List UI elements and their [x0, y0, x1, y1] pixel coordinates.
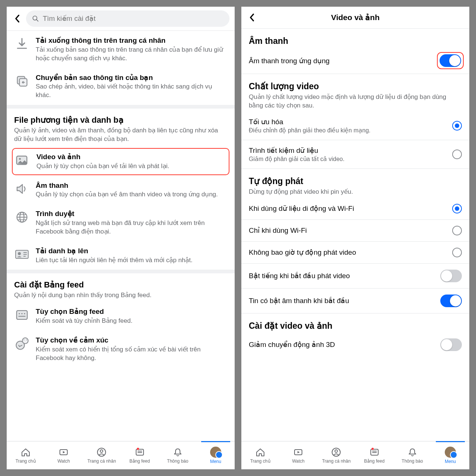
autoplay-title: Tự động phát	[249, 176, 462, 186]
header	[7, 7, 235, 30]
svg-point-12	[18, 252, 21, 255]
item-title: Chuyển bản sao thông tin của bạn	[36, 73, 227, 83]
settings-body: Âm thanh Âm thanh trong ứng dụng Chất lư…	[241, 29, 469, 441]
row-ap-never[interactable]: Không bao giờ tự động phát video	[241, 242, 469, 264]
tab-home[interactable]: Trang chủ	[241, 441, 279, 469]
svg-point-22	[22, 338, 28, 344]
avatar-icon	[445, 447, 456, 458]
tab-notif[interactable]: Thông báo	[159, 441, 197, 469]
vp-settings-title: Cài đặt video và ảnh	[249, 321, 462, 331]
tab-feed[interactable]: Bảng feed	[356, 441, 393, 469]
svg-point-38	[372, 448, 374, 450]
sound-section-title: Âm thanh	[249, 36, 462, 46]
media-section-header: File phương tiện và danh bạ Quản lý ảnh,…	[7, 109, 235, 146]
svg-point-17	[19, 313, 20, 315]
item-browser[interactable]: Trình duyệt Ngắt lịch sử trang web mà bạ…	[7, 204, 235, 241]
row-ap-mobile-wifi[interactable]: Khi dùng dữ liệu di động và Wi-Fi	[241, 198, 469, 220]
item-download-info[interactable]: Tải xuống thông tin trên trang cá nhân T…	[7, 31, 235, 68]
search-icon	[32, 15, 39, 22]
item-sub: Sao chép ảnh, video, bài viết hoặc thông…	[36, 83, 227, 100]
tab-bar: Trang chủ Watch Trang cá nhân Bảng feed …	[7, 441, 235, 469]
tab-menu[interactable]: Menu	[431, 441, 469, 469]
item-sub: Liên tục tải lên người liên hệ mới thêm …	[36, 256, 227, 265]
radio-ap-wifi[interactable]	[452, 226, 462, 235]
item-title: Tùy chọn Bảng feed	[36, 307, 227, 316]
item-sub: Tải xuống bản sao thông tin trên trang c…	[36, 46, 227, 63]
item-feed-opt[interactable]: Tùy chọn Bảng feed Kiểm soát và tùy chỉn…	[7, 302, 235, 331]
toggle-reduce-3d[interactable]	[440, 338, 462, 351]
item-reaction[interactable]: Tùy chọn về cảm xúc Kiểm soát xem có hiể…	[7, 331, 235, 368]
row-sound-on-start[interactable]: Bật tiếng khi bắt đầu phát video	[241, 264, 469, 289]
tab-watch[interactable]: Watch	[45, 441, 83, 469]
row-in-app-sound[interactable]: Âm thanh trong ứng dụng	[241, 48, 469, 74]
search-input[interactable]	[43, 15, 223, 23]
svg-point-24	[26, 340, 27, 340]
radio-data-saver[interactable]	[452, 149, 462, 159]
item-title: Âm thanh	[36, 181, 227, 190]
item-title: Video và ảnh	[36, 152, 226, 162]
svg-rect-16	[17, 311, 28, 320]
toggle-sound-on-start[interactable]	[440, 270, 462, 282]
row-data-saver[interactable]: Trình tiết kiệm dữ liệu Giảm độ phân giả…	[241, 140, 469, 169]
tab-bar: Trang chủ Watch Trang cá nhân Bảng feed …	[241, 441, 469, 469]
tab-menu[interactable]: Menu	[197, 441, 235, 469]
item-title: Tải danh bạ lên	[36, 247, 227, 256]
item-sub: Quản lý tùy chọn của bạn về tải lên và p…	[36, 162, 226, 171]
back-button[interactable]	[247, 12, 257, 23]
radio-optimize[interactable]	[452, 121, 462, 131]
transfer-icon	[14, 73, 30, 89]
svg-point-34	[335, 450, 338, 453]
item-transfer[interactable]: Chuyển bản sao thông tin của bạn Sao ché…	[7, 68, 235, 105]
row-reduce-3d[interactable]: Giảm chuyển động ảnh 3D	[241, 332, 469, 357]
row-ap-wifi[interactable]: Chỉ khi dùng Wi-Fi	[241, 220, 469, 242]
toggle-stories-sound[interactable]	[440, 295, 462, 307]
svg-point-27	[100, 450, 103, 453]
item-video-photo[interactable]: Video và ảnh Quản lý tùy chọn của bạn về…	[12, 148, 229, 175]
item-sub: Quản lý tùy chọn của bạn về âm thanh vid…	[36, 190, 227, 199]
svg-line-1	[36, 19, 38, 21]
settings-body: Tải xuống thông tin trên trang cá nhân T…	[7, 31, 235, 441]
radio-ap-mobile-wifi[interactable]	[452, 204, 462, 213]
video-photo-screen: Video và ảnh Âm thanh Âm thanh trong ứng…	[241, 7, 469, 469]
item-sub: Ngắt lịch sử trang web mà bạn đã truy cậ…	[36, 219, 227, 236]
globe-icon	[14, 209, 30, 225]
svg-point-23	[23, 340, 24, 340]
radio-ap-never[interactable]	[452, 248, 462, 257]
settings-screen: Tải xuống thông tin trên trang cá nhân T…	[7, 7, 235, 469]
feed-icon	[14, 307, 30, 323]
item-sound[interactable]: Âm thanh Quản lý tùy chọn của bạn về âm …	[7, 176, 235, 205]
download-icon	[14, 36, 30, 52]
item-contacts[interactable]: Tải danh bạ lên Liên tục tải lên người l…	[7, 241, 235, 270]
toggle-in-app-sound[interactable]	[440, 54, 461, 67]
svg-point-18	[21, 313, 23, 315]
item-title: Tùy chọn về cảm xúc	[36, 336, 227, 345]
tab-home[interactable]: Trang chủ	[7, 441, 45, 469]
search-box[interactable]	[26, 10, 229, 27]
speaker-icon	[14, 181, 30, 197]
row-optimize[interactable]: Tối ưu hóa Điều chỉnh độ phân giải theo …	[241, 112, 469, 140]
row-stories-sound[interactable]: Tin có bật âm thanh khi bắt đầu	[241, 289, 469, 313]
card-icon	[14, 247, 30, 262]
svg-point-19	[24, 313, 25, 315]
back-button[interactable]	[12, 13, 22, 24]
item-title: Trình duyệt	[36, 209, 227, 219]
item-sub: Kiểm soát xem có hiển thị tổng số cảm xú…	[36, 345, 227, 363]
header: Video và ảnh	[241, 7, 469, 28]
quality-title: Chất lượng video	[249, 81, 462, 91]
page-title: Video và ảnh	[261, 13, 450, 22]
item-sub: Kiểm soát và tùy chỉnh Bảng feed.	[36, 317, 227, 325]
avatar-icon	[210, 447, 221, 458]
tab-profile[interactable]: Trang cá nhân	[83, 441, 120, 469]
item-title: Tải xuống thông tin trên trang cá nhân	[36, 36, 227, 45]
svg-point-31	[137, 448, 139, 450]
photo-icon	[15, 152, 30, 168]
tab-notif[interactable]: Thông báo	[393, 441, 431, 469]
tab-watch[interactable]: Watch	[279, 441, 317, 469]
feed-section-header: Cài đặt Bảng feed Quản lý nội dung bạn n…	[7, 273, 235, 302]
tab-feed[interactable]: Bảng feed	[121, 441, 159, 469]
svg-point-5	[19, 158, 21, 160]
tab-profile[interactable]: Trang cá nhân	[317, 441, 355, 469]
reaction-icon	[14, 336, 30, 351]
